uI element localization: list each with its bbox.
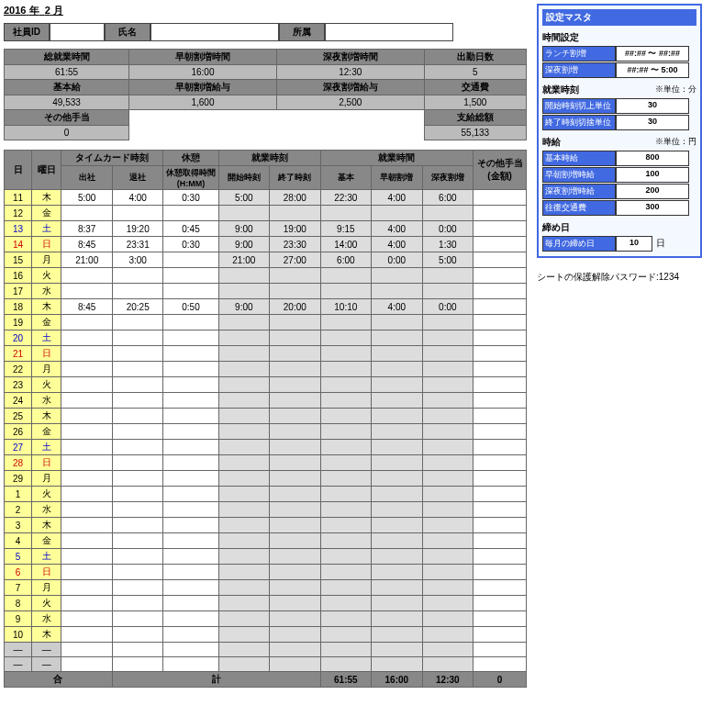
end-unit-val[interactable]: 30 xyxy=(616,115,689,130)
cell-break[interactable] xyxy=(163,643,218,657)
cell-other[interactable] xyxy=(473,533,527,549)
cell-break[interactable]: 0:30 xyxy=(163,237,218,252)
cell-in[interactable] xyxy=(61,315,113,330)
cell-in[interactable] xyxy=(61,268,113,284)
cell-out[interactable]: 3:00 xyxy=(112,252,163,268)
cell-in[interactable] xyxy=(61,409,113,424)
am-wage-val[interactable]: 100 xyxy=(616,167,689,183)
cell-in[interactable] xyxy=(61,611,113,627)
cell-in[interactable] xyxy=(61,487,113,502)
cell-other[interactable] xyxy=(473,190,527,206)
cell-out[interactable] xyxy=(112,424,163,440)
cell-in[interactable] xyxy=(61,377,113,393)
cell-in[interactable] xyxy=(61,440,113,455)
cell-out[interactable] xyxy=(112,549,163,565)
cell-break[interactable] xyxy=(163,565,218,580)
cell-in[interactable] xyxy=(61,643,113,657)
cell-other[interactable] xyxy=(473,362,527,377)
cell-other[interactable] xyxy=(473,377,527,393)
cell-break[interactable] xyxy=(163,502,218,518)
cell-break[interactable] xyxy=(163,206,218,221)
cell-other[interactable] xyxy=(473,455,527,471)
cell-break[interactable] xyxy=(163,533,218,549)
cell-in[interactable] xyxy=(61,362,113,377)
cell-other[interactable] xyxy=(473,471,527,487)
cell-other[interactable] xyxy=(473,487,527,502)
cell-out[interactable] xyxy=(112,206,163,221)
cell-break[interactable] xyxy=(163,549,218,565)
cell-other[interactable] xyxy=(473,299,527,315)
cell-out[interactable] xyxy=(112,611,163,627)
cell-out[interactable] xyxy=(112,393,163,409)
cell-out[interactable] xyxy=(112,377,163,393)
cell-break[interactable] xyxy=(163,252,218,268)
late-val[interactable]: ##:## 〜 5:00 xyxy=(616,62,689,78)
cell-other[interactable] xyxy=(473,657,527,672)
cell-break[interactable] xyxy=(163,409,218,424)
cell-other[interactable] xyxy=(473,237,527,252)
cell-out[interactable] xyxy=(112,471,163,487)
cell-in[interactable] xyxy=(61,580,113,596)
lunch-val[interactable]: ##:## 〜 ##:## xyxy=(616,46,689,62)
cell-in[interactable] xyxy=(61,549,113,565)
cell-other[interactable] xyxy=(473,596,527,611)
cell-out[interactable] xyxy=(112,455,163,471)
cell-out[interactable] xyxy=(112,330,163,346)
cell-out[interactable]: 23:31 xyxy=(112,237,163,252)
cell-out[interactable] xyxy=(112,657,163,672)
cell-break[interactable] xyxy=(163,424,218,440)
cell-other[interactable] xyxy=(473,440,527,455)
emp-dept-field[interactable] xyxy=(325,23,453,41)
cell-break[interactable] xyxy=(163,315,218,330)
cell-in[interactable] xyxy=(61,596,113,611)
cell-other[interactable] xyxy=(473,565,527,580)
cell-other[interactable] xyxy=(473,346,527,362)
cell-out[interactable] xyxy=(112,487,163,502)
close-val[interactable]: 10 xyxy=(616,236,652,252)
cell-out[interactable] xyxy=(112,627,163,643)
cell-out[interactable] xyxy=(112,518,163,533)
cell-other[interactable] xyxy=(473,502,527,518)
cell-other[interactable] xyxy=(473,643,527,657)
cell-break[interactable]: 0:45 xyxy=(163,221,218,237)
cell-out[interactable]: 20:25 xyxy=(112,299,163,315)
cell-out[interactable] xyxy=(112,580,163,596)
cell-in[interactable]: 8:45 xyxy=(61,299,113,315)
cell-in[interactable]: 8:45 xyxy=(61,237,113,252)
cell-break[interactable] xyxy=(163,611,218,627)
pm-wage-val[interactable]: 200 xyxy=(616,184,689,199)
cell-break[interactable] xyxy=(163,330,218,346)
cell-break[interactable] xyxy=(163,580,218,596)
cell-out[interactable] xyxy=(112,268,163,284)
cell-out[interactable] xyxy=(112,440,163,455)
cell-break[interactable] xyxy=(163,268,218,284)
cell-break[interactable] xyxy=(163,455,218,471)
cell-break[interactable] xyxy=(163,471,218,487)
cell-out[interactable] xyxy=(112,565,163,580)
cell-other[interactable] xyxy=(473,315,527,330)
cell-out[interactable]: 4:00 xyxy=(112,190,163,206)
cell-in[interactable] xyxy=(61,346,113,362)
cell-other[interactable] xyxy=(473,284,527,299)
cell-in[interactable] xyxy=(61,330,113,346)
cell-other[interactable] xyxy=(473,627,527,643)
cell-other[interactable] xyxy=(473,424,527,440)
cell-in[interactable] xyxy=(61,657,113,672)
cell-break[interactable]: 0:50 xyxy=(163,299,218,315)
cell-other[interactable] xyxy=(473,611,527,627)
cell-in[interactable] xyxy=(61,424,113,440)
cell-break[interactable] xyxy=(163,518,218,533)
cell-in[interactable] xyxy=(61,284,113,299)
cell-other[interactable] xyxy=(473,206,527,221)
cell-other[interactable] xyxy=(473,549,527,565)
cell-out[interactable] xyxy=(112,596,163,611)
cell-in[interactable] xyxy=(61,471,113,487)
cell-in[interactable]: 5:00 xyxy=(61,190,113,206)
trans-val[interactable]: 300 xyxy=(616,200,689,216)
cell-break[interactable] xyxy=(163,657,218,672)
cell-break[interactable] xyxy=(163,440,218,455)
cell-break[interactable] xyxy=(163,393,218,409)
emp-id-field[interactable] xyxy=(50,23,105,41)
cell-break[interactable] xyxy=(163,346,218,362)
cell-out[interactable] xyxy=(112,346,163,362)
